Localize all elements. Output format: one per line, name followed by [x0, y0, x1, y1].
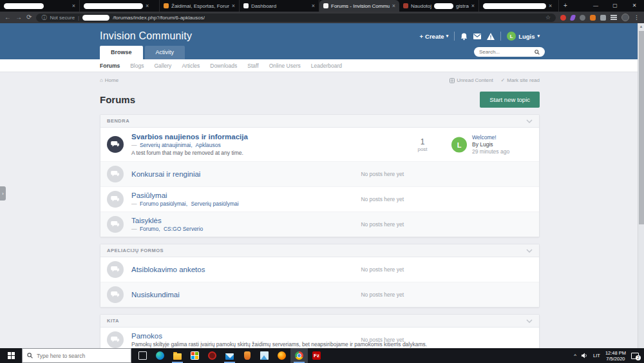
nav-downloads[interactable]: Downloads	[210, 63, 237, 69]
orange-app-button[interactable]	[238, 348, 256, 363]
browser-tab-4[interactable]: Dashboard ×	[240, 0, 319, 12]
tab-close-icon[interactable]: ×	[146, 3, 149, 9]
forum-link[interactable]: Svarbios naujienos ir informacija	[131, 133, 248, 141]
nav-gallery[interactable]: Gallery	[154, 63, 171, 69]
page-scrollbar[interactable]: ▲	[638, 23, 644, 348]
volume-icon[interactable]	[582, 353, 588, 358]
browser-menu-icon[interactable]: ⋮	[634, 14, 639, 21]
nav-blogs[interactable]: Blogs	[130, 63, 144, 69]
tab-activity[interactable]: Activity	[145, 46, 185, 59]
red-app-button[interactable]	[204, 348, 221, 363]
browser-tab-3[interactable]: Žaidimai, Esportas, Forumas - Su ×	[160, 0, 240, 12]
collapse-chevron-icon[interactable]	[526, 249, 533, 253]
messages-envelope-icon[interactable]	[473, 34, 481, 39]
filezilla-button[interactable]: Fz	[308, 348, 325, 363]
start-button[interactable]	[0, 348, 22, 363]
scroll-up-icon[interactable]: ▲	[638, 23, 644, 30]
subforum-link[interactable]: Forumo,	[140, 226, 160, 232]
user-menu[interactable]: L Lugis ▾	[507, 32, 540, 41]
extension-icon-purple[interactable]	[570, 15, 576, 21]
task-view-button[interactable]	[134, 348, 151, 363]
extension-icon-red[interactable]	[560, 15, 566, 21]
sidebar-expand-handle[interactable]: ›	[0, 186, 6, 201]
start-new-topic-button[interactable]: Start new topic	[480, 92, 540, 108]
extensions-puzzle-icon[interactable]	[600, 15, 606, 21]
notifications-bell-icon[interactable]	[460, 32, 468, 41]
browser-tab-6[interactable]: Naudotoj gistracij ×	[399, 0, 479, 12]
notification-center-icon[interactable]: 2	[631, 353, 639, 359]
file-explorer-button[interactable]	[169, 348, 186, 363]
minimize-button[interactable]: —	[586, 0, 605, 12]
last-post-title[interactable]: Welcome!	[472, 134, 509, 141]
new-tab-button[interactable]: +	[559, 0, 572, 12]
forum-description: A test forum that may be removed at any …	[131, 150, 248, 156]
forum-link[interactable]: Atsiblokavimo anketos	[131, 266, 205, 273]
last-post-time[interactable]: 29 minutes ago	[472, 148, 509, 155]
maximize-button[interactable]: ▢	[605, 0, 625, 12]
tab-close-icon[interactable]: ×	[72, 3, 75, 9]
mail-button[interactable]	[221, 348, 238, 363]
category-header[interactable]: KITA	[100, 315, 539, 328]
subforum-link[interactable]: Serverių atnaujinimai,	[140, 142, 193, 148]
subforum-link[interactable]: CS:GO Serverio	[164, 226, 203, 232]
site-title[interactable]: Invision Community	[100, 30, 192, 42]
tab-close-icon[interactable]: ×	[471, 3, 475, 9]
collapse-chevron-icon[interactable]	[526, 119, 533, 123]
browser-tab-2[interactable]: ×	[80, 0, 160, 12]
moderation-warning-icon[interactable]	[487, 33, 495, 40]
forum-link[interactable]: Pasiūlymai	[131, 191, 241, 199]
language-indicator[interactable]: LIT	[593, 353, 600, 358]
tab-close-icon[interactable]: ×	[392, 3, 395, 9]
photos-button[interactable]	[256, 348, 273, 363]
taskbar-search[interactable]	[22, 348, 131, 363]
collapse-chevron-icon[interactable]	[526, 319, 533, 323]
hidden-icons-chevron[interactable]: ^	[574, 353, 576, 358]
tab-browse[interactable]: Browse	[100, 46, 143, 59]
browser-tab-1[interactable]: ×	[0, 0, 80, 12]
info-icon[interactable]: ⓘ	[41, 14, 46, 21]
site-search[interactable]	[474, 47, 545, 57]
tab-close-icon[interactable]: ×	[312, 3, 315, 9]
nav-articles[interactable]: Articles	[182, 63, 200, 69]
nav-forums[interactable]: Forums	[100, 63, 120, 69]
reading-list-icon[interactable]	[611, 15, 617, 20]
clock[interactable]: 12:48 PM 7/5/2020	[605, 350, 626, 362]
reload-icon[interactable]: ⟳	[26, 12, 32, 23]
search-icon[interactable]	[535, 50, 540, 55]
extension-icon-grey[interactable]	[580, 15, 585, 21]
forum-link[interactable]: Nusiskundimai	[131, 291, 180, 299]
forum-link[interactable]: Taisyklės	[131, 217, 205, 224]
subforum-link[interactable]: Apklausos	[196, 142, 221, 148]
search-input[interactable]	[479, 49, 532, 55]
nav-staff[interactable]: Staff	[247, 63, 258, 69]
chrome-button[interactable]	[290, 348, 308, 363]
firefox-button[interactable]	[273, 348, 290, 363]
close-button[interactable]: ✕	[625, 0, 644, 12]
scrollbar-thumb[interactable]	[639, 31, 644, 224]
mark-site-read-link[interactable]: ✓ Mark site read	[501, 77, 540, 83]
category-header[interactable]: BENDRA	[100, 115, 539, 128]
browser-tab-active-forums[interactable]: Forums - Invision Community ×	[319, 0, 399, 12]
edge-button[interactable]	[151, 348, 169, 363]
url-input[interactable]: ⓘ Not secure | /forumas/index.php?/forum…	[36, 14, 556, 22]
browser-tab-7[interactable]: ×	[479, 0, 559, 12]
browser-profile-avatar[interactable]	[621, 14, 629, 21]
back-icon[interactable]: ←	[5, 12, 11, 23]
breadcrumb-home[interactable]: ⌂ Home	[100, 77, 118, 83]
forward-icon[interactable]: →	[15, 12, 22, 23]
subforum-link[interactable]: Forumo pasiūlymai,	[140, 201, 187, 207]
extension-icon-orange[interactable]	[590, 15, 596, 21]
nav-online-users[interactable]: Online Users	[269, 63, 301, 69]
tab-close-icon[interactable]: ×	[549, 3, 552, 9]
nav-leaderboard[interactable]: Leaderboard	[311, 63, 342, 69]
unread-content-link[interactable]: Unread Content	[450, 77, 493, 83]
category-header[interactable]: APELIACIJŲ FORMOS	[100, 244, 539, 257]
create-button[interactable]: + Create ▾	[419, 33, 448, 40]
forum-link[interactable]: Konkursai ir renginiai	[131, 170, 200, 178]
taskbar-search-input[interactable]	[37, 353, 126, 359]
subforum-link[interactable]: Serverių pasiūlymai	[191, 201, 238, 207]
tab-close-icon[interactable]: ×	[232, 3, 235, 9]
avatar[interactable]: L	[451, 137, 467, 152]
microsoft-store-button[interactable]	[186, 348, 204, 363]
bookmark-star-icon[interactable]: ☆	[545, 14, 551, 21]
